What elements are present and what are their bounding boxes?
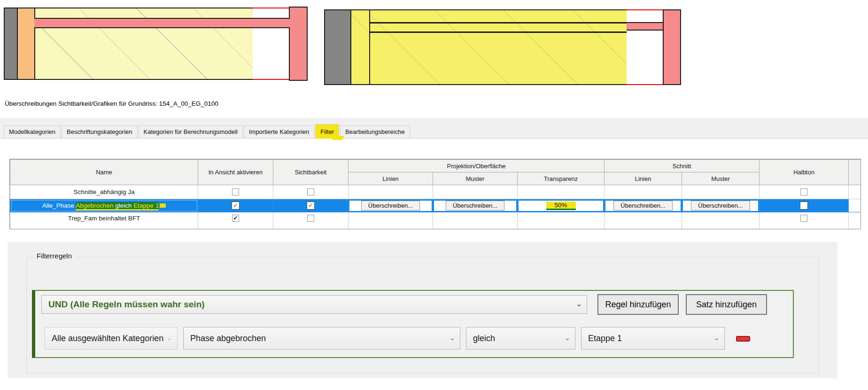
col-group-cut: Schnitt: [604, 160, 760, 172]
col-header-transparency: Transparenz: [518, 172, 604, 185]
tab-bearbeitungsbereiche[interactable]: Bearbeitungsbereiche: [340, 125, 410, 139]
chevron-down-icon: ⌄: [166, 334, 172, 342]
filter-rules-panel: Filterregeln UND (Alle Regeln müssen wah…: [8, 242, 837, 378]
checkbox-unchecked[interactable]: [800, 188, 807, 195]
spacer-cell: [849, 212, 861, 230]
tab-beschriftungskategorien[interactable]: Beschriftungskategorien: [62, 125, 137, 139]
rule-operator-dropdown[interactable]: gleich ⌄: [466, 327, 575, 350]
halftone-checkbox-cell[interactable]: [760, 212, 849, 230]
checkbox-checked[interactable]: ✓: [232, 215, 239, 222]
filter-name-selected[interactable]: Alle_Phase Abgebrochen gleich Etappe 1: [10, 199, 198, 212]
col-header-cut-lines: Linien: [604, 172, 682, 185]
in-view-checkbox-cell[interactable]: ✓: [198, 212, 273, 230]
proj-patterns-cell[interactable]: [433, 185, 518, 199]
transparency-cell[interactable]: [518, 185, 604, 199]
in-view-checkbox-cell[interactable]: ✓: [198, 199, 273, 212]
halftone-checkbox-cell[interactable]: [760, 185, 849, 199]
col-header-name: Name: [10, 160, 198, 185]
proj-lines-cell: Überschreiben...: [349, 199, 433, 212]
plan-view-after: [324, 8, 681, 86]
column-pink-2: [663, 9, 681, 85]
cut-lines-cell[interactable]: [604, 212, 682, 230]
override-cut-patterns-button[interactable]: Überschreiben...: [691, 201, 750, 211]
checkbox-unchecked[interactable]: [232, 188, 239, 195]
plan-view-before: [4, 7, 308, 81]
cut-patterns-cell[interactable]: [682, 212, 760, 230]
tab-importierte-kategorien[interactable]: Importierte Kategorien: [244, 125, 315, 139]
wall-core-gray-2: [324, 9, 351, 85]
yellow-marker-tail: [160, 203, 166, 208]
filter-name[interactable]: Trep_Fam beinhaltet BFT: [10, 212, 198, 230]
transparency-value[interactable]: 50%: [546, 202, 576, 210]
checkbox-unchecked[interactable]: [800, 202, 808, 210]
checkbox-unchecked[interactable]: [307, 188, 314, 195]
name-part-etappe: Etappe 1: [133, 202, 159, 209]
tab-strip: Modellkategorien Beschriftungskategorien…: [0, 118, 868, 139]
filters-table: Name In Ansicht aktivieren Sichtbarkeit …: [10, 159, 861, 229]
rule-set-frame: UND (Alle Regeln müssen wahr sein) ⌄ Reg…: [32, 290, 794, 358]
filters-table-wrap: Name In Ansicht aktivieren Sichtbarkeit …: [9, 159, 861, 229]
tabs: Modellkategorien Beschriftungskategorien…: [4, 124, 411, 139]
rule-value-dropdown[interactable]: Etappe 1 ⌄: [581, 327, 725, 350]
wall-core-gray: [4, 8, 18, 80]
name-highlight-green: Abgebrochen gleich Etappe 1: [76, 202, 159, 211]
beam-band-pink-2: [627, 22, 664, 31]
override-proj-lines-button[interactable]: Überschreiben...: [361, 201, 420, 211]
spacer-cell: [849, 185, 861, 199]
filter-name[interactable]: Schnitte_abhängig Ja: [10, 185, 198, 199]
slab-joint-line: [370, 22, 627, 23]
add-rule-button[interactable]: Regel hinzufügen: [597, 294, 679, 315]
proj-lines-cell[interactable]: [349, 212, 433, 230]
wall-strip-yellow: [350, 9, 370, 85]
check-icon: ✓: [308, 202, 313, 209]
proj-lines-cell[interactable]: [349, 185, 433, 199]
table-row[interactable]: Trep_Fam beinhaltet BFT ✓: [10, 212, 861, 230]
visibility-checkbox-cell[interactable]: [273, 185, 349, 199]
opening-white-gap-2: [627, 9, 664, 85]
col-header-proj-patterns: Muster: [433, 172, 518, 185]
table-row-selected[interactable]: Alle_Phase Abgebrochen gleich Etappe 1 ✓…: [10, 199, 861, 212]
chevron-down-icon: ⌄: [713, 334, 720, 342]
check-icon: ✓: [233, 202, 238, 209]
beam-band-pink: [34, 18, 290, 28]
tab-modellkategorien[interactable]: Modellkategorien: [4, 125, 61, 139]
visibility-checkbox-cell[interactable]: [273, 212, 349, 230]
halftone-checkbox-cell[interactable]: [760, 199, 849, 212]
rule-category-value: Alle ausgewählten Kategorien: [52, 334, 163, 343]
tab-kategorien-berechnungsmodell[interactable]: Kategorien für Berechnungsmodell: [139, 125, 243, 139]
cut-lines-cell: Überschreiben...: [604, 199, 682, 212]
visibility-checkbox-cell[interactable]: ✓: [273, 199, 349, 212]
table-row[interactable]: Schnitte_abhängig Ja: [10, 185, 861, 199]
checkbox-unchecked[interactable]: [800, 215, 807, 222]
column-pink: [289, 7, 308, 81]
rule-value-value: Etappe 1: [588, 334, 622, 343]
transparency-cell: 50%: [518, 199, 604, 212]
slab-hatched-bright-yellow: [369, 9, 628, 85]
col-header-in-view: In Ansicht aktivieren: [198, 160, 273, 185]
col-header-cut-patterns: Muster: [682, 172, 760, 185]
override-proj-patterns-button[interactable]: Überschreiben...: [446, 201, 504, 211]
add-set-button[interactable]: Satz hinzufügen: [686, 294, 767, 315]
name-part-gleich: gleich: [113, 202, 133, 209]
tab-filter[interactable]: Filter: [315, 124, 339, 139]
wall-layer-orange: [17, 8, 35, 80]
cut-patterns-cell-disabled: [682, 185, 760, 199]
checkbox-checked[interactable]: ✓: [232, 202, 240, 210]
checkbox-checked[interactable]: ✓: [307, 202, 315, 210]
override-cut-lines-button[interactable]: Überschreiben...: [613, 201, 672, 211]
col-header-spacer: [849, 160, 861, 185]
in-view-checkbox-cell[interactable]: [198, 185, 273, 199]
proj-patterns-cell: Überschreiben...: [433, 199, 518, 212]
remove-rule-minus-icon[interactable]: [736, 336, 750, 342]
set-operator-value: UND (Alle Regeln müssen wahr sein): [48, 299, 205, 310]
rule-parameter-dropdown[interactable]: Phase abgebrochen ⌄: [183, 327, 460, 350]
proj-patterns-cell[interactable]: [433, 212, 518, 230]
rule-category-dropdown[interactable]: Alle ausgewählten Kategorien ⌄: [45, 327, 178, 350]
set-operator-dropdown[interactable]: UND (Alle Regeln müssen wahr sein) ⌄: [41, 295, 587, 314]
check-icon: ✓: [233, 215, 238, 221]
checkbox-unchecked[interactable]: [307, 215, 314, 222]
transparency-cell[interactable]: [518, 212, 604, 230]
slab-joint-line-2: [370, 31, 627, 33]
col-header-visibility: Sichtbarkeit: [273, 160, 349, 185]
chevron-down-icon: ⌄: [576, 300, 582, 308]
